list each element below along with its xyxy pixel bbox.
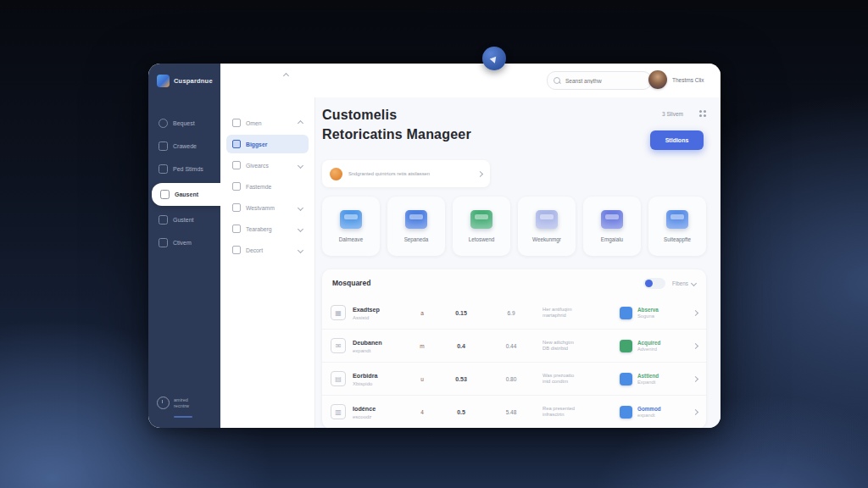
row-subtitle: expandt xyxy=(353,348,407,353)
tag-icon xyxy=(232,161,241,169)
row-status-sub: Advenird xyxy=(637,347,693,352)
row-ratio: 0.44 xyxy=(485,343,537,349)
row-status: Asttiend xyxy=(637,373,693,379)
search-box[interactable] xyxy=(547,71,652,90)
row-status: Abserva xyxy=(637,307,693,313)
sidebar-footer-widget[interactable]: amired recntrw xyxy=(157,396,189,409)
sidebar-item-gausent-active[interactable]: Gausent xyxy=(152,183,220,206)
note-icon xyxy=(232,225,241,233)
file-icon xyxy=(620,373,632,385)
card-dalmeave[interactable]: Dalmeave xyxy=(322,197,380,256)
row-desc-line2: DB distribtd xyxy=(542,346,620,352)
table-header: Mosquared Fibens xyxy=(322,269,706,297)
sidebar-item-label: Ctivem xyxy=(173,240,192,246)
row-flag: m xyxy=(407,343,437,349)
card-label: Sepaneda xyxy=(404,236,429,242)
table-row[interactable]: ▤ Eorbidra Xbtspido u 0.53 0.80 Was prez… xyxy=(322,362,706,395)
card-label: Weekunmgr xyxy=(532,236,561,242)
document-icon xyxy=(159,164,168,174)
file-icon xyxy=(620,307,632,319)
book-icon: ▥ xyxy=(331,404,346,419)
row-flag: u xyxy=(407,376,437,382)
card-suiteappfte[interactable]: Suiteappfte xyxy=(648,197,706,256)
folder-icon xyxy=(160,190,170,199)
card-weekunmgr[interactable]: Weekunmgr xyxy=(518,197,576,256)
sidebar-item-label: Gustent xyxy=(173,217,194,223)
subnav-item-label: Tearaberg xyxy=(246,226,293,232)
primary-sidebar: Cuspardnue Bequest Crawede Ped Stimds Ga… xyxy=(148,64,220,428)
card-icon: ▤ xyxy=(331,371,346,386)
page-title-line1: Customelis xyxy=(322,105,471,125)
sidebar-item-crawede[interactable]: Crawede xyxy=(148,136,220,157)
row-flag: a xyxy=(407,310,437,316)
row-status: Acquired xyxy=(637,340,693,346)
bag-icon xyxy=(232,203,241,212)
topbar: Thestms Clix xyxy=(220,64,721,98)
subnav-item-tearaberg[interactable]: Tearaberg xyxy=(226,219,309,238)
row-value: 0.53 xyxy=(437,376,485,382)
sidebar-item-bequest[interactable]: Bequest xyxy=(148,113,220,134)
row-status: Gommod xyxy=(637,406,693,412)
search-input[interactable] xyxy=(564,77,635,85)
row-status-sub: Expandt xyxy=(637,380,693,385)
card-emgaialu[interactable]: Emgaialu xyxy=(583,197,641,256)
grid-view-icon[interactable] xyxy=(699,110,702,113)
sidebar-nav: Bequest Crawede Ped Stimds Gausent Guste… xyxy=(148,113,220,253)
card-label: Emgaialu xyxy=(601,236,623,242)
row-desc-line1: Was prezoatto xyxy=(542,373,620,379)
avatar[interactable] xyxy=(648,70,667,89)
table-row[interactable]: ▥ Iodénce escoodz 4 0.5 5.48 Rea present… xyxy=(322,395,706,428)
row-value: 0.4 xyxy=(437,343,485,349)
app-window: Cuspardnue Bequest Crawede Ped Stimds Ga… xyxy=(148,64,721,428)
bookmark-icon xyxy=(601,210,623,229)
subnav-item-westvamm[interactable]: Westvamm xyxy=(226,198,309,217)
primary-action-button[interactable]: Stldions xyxy=(650,130,704,150)
row-desc-line2: martaphrid xyxy=(542,313,620,319)
footer-line1: amired xyxy=(174,397,189,403)
sidebar-item-ctivem[interactable]: Ctivem xyxy=(148,232,220,253)
table-title: Mosquared xyxy=(332,279,643,287)
search-icon xyxy=(554,77,560,84)
banner-text: Sndgranted quintrtors retts atsilassen xyxy=(348,171,472,177)
chevron-down-icon xyxy=(691,280,697,286)
file-icon xyxy=(620,340,632,352)
table-row[interactable]: ▦ Exadtsep Assistd a 0.15 6.9 Her antifu… xyxy=(322,297,706,329)
subnav-item-omen[interactable]: Omen xyxy=(226,114,309,132)
chevron-down-icon xyxy=(298,225,303,231)
row-desc-line1: New atltchgtm xyxy=(542,340,620,346)
main-content: Customelis Retoricatins Manageer 3 Slive… xyxy=(315,97,721,428)
sidebar-item-gustent[interactable]: Gustent xyxy=(148,209,220,230)
pie-icon xyxy=(405,210,427,229)
chevron-right-icon xyxy=(693,375,698,381)
subnav-item-biggser-active[interactable]: Biggser xyxy=(226,135,309,153)
app-logo[interactable]: Cuspardnue xyxy=(148,64,220,87)
frame-icon xyxy=(232,182,241,191)
card-label: Dalmeave xyxy=(339,236,363,242)
sidebar-item-label: Ped Stimds xyxy=(173,166,203,172)
card-icon xyxy=(232,246,241,254)
card-sepaneda[interactable]: Sepaneda xyxy=(387,197,445,256)
row-name: Deubanen xyxy=(353,339,407,347)
subnav-item-givearcs[interactable]: Givearcs xyxy=(226,156,309,175)
app-launcher-button[interactable] xyxy=(482,47,506,70)
collapse-panel-icon[interactable] xyxy=(283,73,289,79)
row-ratio: 0.80 xyxy=(485,376,537,382)
row-name: Exadtsep xyxy=(353,306,407,313)
app-logo-text: Cuspardnue xyxy=(174,77,213,85)
card-letoswend[interactable]: Letoswend xyxy=(453,197,510,256)
row-desc-line2: infrasctrtn xyxy=(542,412,620,418)
filter-dropdown[interactable]: Fibens xyxy=(672,280,696,286)
wallet-icon xyxy=(470,210,492,229)
subnav-item-fastemde[interactable]: Fastemde xyxy=(226,177,309,196)
sidebar-item-ped-stimds[interactable]: Ped Stimds xyxy=(148,158,220,180)
chat-icon xyxy=(159,215,168,225)
row-subtitle: Assistd xyxy=(353,315,407,320)
secondary-sidebar: Omen Biggser Givearcs Fastemde Westvamm … xyxy=(220,97,315,428)
page-title: Customelis Retoricatins Manageer xyxy=(322,105,471,144)
row-name: Eorbidra xyxy=(353,372,407,380)
notification-banner[interactable]: Sndgranted quintrtors retts atsilassen xyxy=(322,160,490,187)
table-row[interactable]: ✉ Deubanen expandt m 0.4 0.44 New atltch… xyxy=(322,329,706,362)
subnav-item-decort[interactable]: Decort xyxy=(226,241,309,259)
mail-icon: ✉ xyxy=(331,338,346,353)
view-toggle[interactable] xyxy=(643,278,665,289)
